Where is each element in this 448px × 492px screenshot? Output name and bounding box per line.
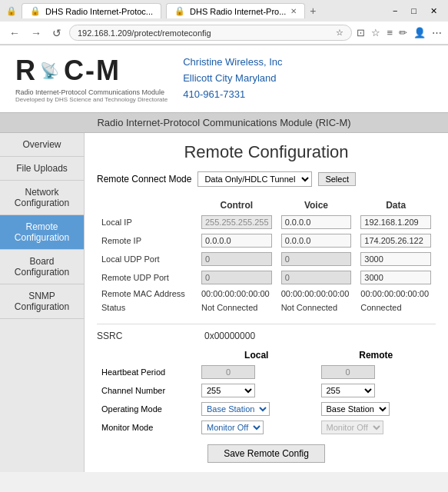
logo-area: R 📡 C-M Radio Internet-Protocol Communic… (15, 55, 168, 103)
browser-nav-icons: ⊡ ☆ ≡ ✏ 👤 ⋯ (357, 27, 442, 38)
cell-remote-ip-data[interactable] (356, 231, 436, 250)
browser-tab-active[interactable]: 🔒 DHS Radio Internet-Pro... ✕ (166, 3, 305, 18)
browser-tab-inactive[interactable]: 🔒 DHS Radio Internet-Protoc... (22, 3, 161, 18)
table-row: Status Not Connected Not Connected Conne… (97, 301, 436, 314)
input-heartbeat-local[interactable] (201, 365, 255, 379)
input-local-udp-control[interactable] (201, 252, 272, 266)
cell-local-udp-data[interactable] (356, 250, 436, 268)
sidebar-item-remote-configuration[interactable]: Remote Configuration (0, 215, 84, 250)
save-row: Save Remote Config (97, 444, 436, 463)
favorites-icon[interactable]: ☆ (371, 27, 380, 38)
input-remote-ip-data[interactable] (360, 234, 431, 248)
cell-status-data: Connected (356, 301, 436, 314)
cell-local-ip-voice[interactable] (277, 213, 357, 231)
site-header: R 📡 C-M Radio Internet-Protocol Communic… (0, 45, 448, 112)
address-bar[interactable]: 192.168.1.209/protect/remoteconfig ☆ (69, 25, 352, 41)
input-remote-ip-control[interactable] (201, 234, 272, 248)
ssrc-label: SSRC (97, 331, 197, 341)
menu-icon[interactable]: ≡ (387, 27, 393, 38)
page-title-bar: Radio Internet-Protocol Communications M… (0, 112, 448, 133)
lr-cell-monitor-local[interactable]: Monitor Off Monitor On (197, 418, 317, 437)
page-content: R 📡 C-M Radio Internet-Protocol Communic… (0, 45, 448, 472)
col-header-control: Control (197, 198, 277, 213)
lr-cell-channel-local[interactable]: 255 (197, 381, 317, 400)
lr-table-row: Operating Mode Base Station Mobile Base … (97, 400, 436, 418)
cell-remote-udp-control[interactable] (197, 268, 277, 287)
edit-icon[interactable]: ✏ (399, 27, 407, 38)
company-phone: 410-961-7331 (183, 87, 282, 103)
window-maximize[interactable]: □ (407, 5, 421, 17)
company-name: Christine Wireless, Inc (183, 55, 282, 71)
input-local-ip-control[interactable] (201, 215, 272, 229)
content-area: Remote Configuration Remote Connect Mode… (85, 133, 448, 472)
select-channel-local[interactable]: 255 (201, 384, 255, 397)
cell-remote-ip-voice[interactable] (277, 231, 357, 250)
account-icon[interactable]: 👤 (413, 27, 426, 38)
lr-cell-operating-remote[interactable]: Base Station Mobile (317, 400, 436, 418)
window-minimize[interactable]: − (388, 5, 402, 17)
status-voice-value: Not Connected (281, 303, 337, 312)
tabs-icon[interactable]: ⊡ (357, 27, 365, 38)
input-local-ip-voice[interactable] (281, 215, 352, 229)
nav-forward-button[interactable]: → (28, 25, 45, 41)
logo-text: R 📡 C-M (15, 55, 168, 87)
new-tab-button[interactable]: + (310, 5, 316, 17)
company-info: Christine Wireless, Inc Ellicott City Ma… (183, 55, 282, 102)
lr-cell-monitor-remote[interactable]: Monitor Off Monitor On (317, 418, 436, 437)
sidebar-item-board-configuration[interactable]: Board Configuration (0, 250, 84, 284)
content-title: Remote Configuration (97, 142, 436, 162)
select-operating-local[interactable]: Base Station Mobile (201, 402, 270, 416)
select-channel-remote[interactable]: 255 (321, 384, 375, 397)
status-data-value: Connected (360, 303, 401, 312)
cell-local-udp-voice[interactable] (277, 250, 357, 268)
lr-cell-heartbeat-local[interactable] (197, 363, 317, 381)
sidebar-item-network-configuration[interactable]: Network Configuration (0, 181, 84, 215)
lr-col-local: Local (197, 347, 317, 363)
cell-local-udp-control[interactable] (197, 250, 277, 268)
save-remote-config-button[interactable]: Save Remote Config (207, 444, 325, 463)
lr-table-row: Channel Number 255 255 (97, 381, 436, 400)
window-close[interactable]: ✕ (426, 5, 442, 18)
lr-cell-operating-local[interactable]: Base Station Mobile (197, 400, 317, 418)
row-label-remote-mac: Remote MAC Address (97, 287, 197, 301)
browser-nav: ← → ↺ 192.168.1.209/protect/remoteconfig… (0, 22, 448, 45)
lr-cell-heartbeat-remote[interactable] (317, 363, 436, 381)
input-remote-udp-voice[interactable] (281, 271, 352, 284)
table-row: Remote IP (97, 231, 436, 250)
input-local-udp-voice[interactable] (281, 252, 352, 266)
select-button[interactable]: Select (318, 172, 356, 186)
cell-remote-udp-voice[interactable] (277, 268, 357, 287)
cell-remote-udp-data[interactable] (356, 268, 436, 287)
input-heartbeat-remote[interactable] (321, 365, 375, 379)
row-label-local-udp-port: Local UDP Port (97, 250, 197, 268)
select-operating-remote[interactable]: Base Station Mobile (321, 402, 390, 416)
remote-connect-mode-select[interactable]: Data Only/HDLC Tunnel Voice Only Data an… (197, 171, 312, 187)
cell-status-voice: Not Connected (277, 301, 357, 314)
main-layout: Overview File Uploads Network Configurat… (0, 133, 448, 472)
input-local-udp-data[interactable] (360, 252, 431, 266)
select-monitor-local[interactable]: Monitor Off Monitor On (201, 421, 264, 434)
ssrc-value: 0x00000000 (204, 331, 255, 341)
nav-back-button[interactable]: ← (6, 25, 23, 41)
cell-local-ip-data[interactable] (356, 213, 436, 231)
select-monitor-remote[interactable]: Monitor Off Monitor On (321, 421, 383, 434)
logo-subtitle: Radio Internet-Protocol Communications M… (15, 88, 168, 96)
input-remote-udp-control[interactable] (201, 271, 272, 284)
mac-data-value: 00:00:00:00:00:00 (360, 289, 429, 298)
sidebar-item-file-uploads[interactable]: File Uploads (0, 157, 84, 181)
mac-control-value: 00:00:00:00:00:00 (201, 289, 270, 298)
sidebar-item-snmp-configuration[interactable]: SNMP Configuration (0, 284, 84, 319)
ssrc-row: SSRC 0x00000000 (97, 331, 436, 341)
nav-refresh-button[interactable]: ↺ (49, 25, 65, 41)
more-icon[interactable]: ⋯ (432, 27, 442, 38)
cell-remote-ip-control[interactable] (197, 231, 277, 250)
lr-cell-channel-remote[interactable]: 255 (317, 381, 436, 400)
input-remote-ip-voice[interactable] (281, 234, 352, 248)
tab-label-1: DHS Radio Internet-Protoc... (45, 7, 153, 16)
input-local-ip-data[interactable] (360, 215, 431, 229)
col-header-empty (97, 198, 197, 213)
cell-local-ip-control[interactable] (197, 213, 277, 231)
sidebar-item-overview[interactable]: Overview (0, 133, 84, 157)
tab-close-button[interactable]: ✕ (290, 7, 297, 15)
input-remote-udp-data[interactable] (360, 271, 431, 284)
